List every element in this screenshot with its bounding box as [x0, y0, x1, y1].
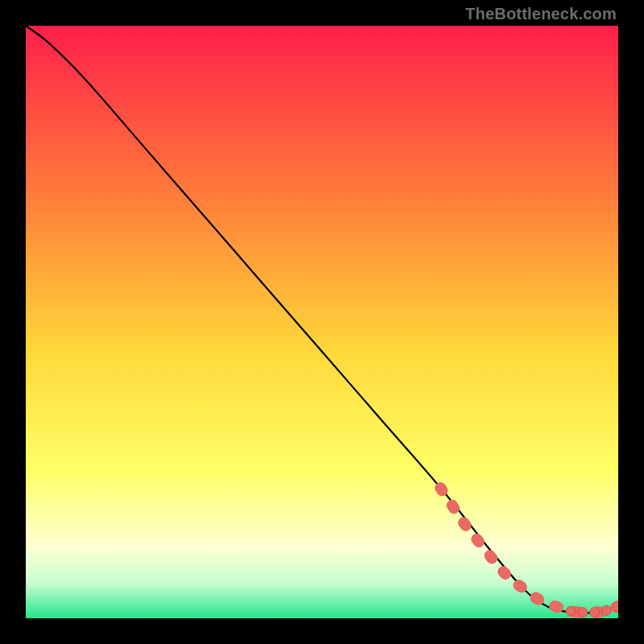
- plot-area: [26, 26, 618, 618]
- svg-rect-0: [26, 26, 618, 618]
- chart-stage: TheBottleneck.com: [0, 0, 644, 644]
- watermark-text: TheBottleneck.com: [465, 5, 617, 23]
- background-gradient: [26, 26, 618, 618]
